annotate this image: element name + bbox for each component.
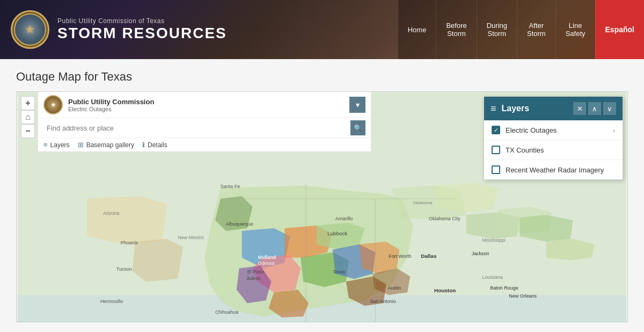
svg-text:Tucson: Tucson xyxy=(116,266,132,272)
svg-text:Mississippi: Mississippi xyxy=(482,237,506,243)
zoom-in-button[interactable]: + xyxy=(21,96,35,110)
layer-item-electric-outages[interactable]: Electric Outages › xyxy=(484,120,623,140)
tab-basemap[interactable]: ⊞ Basemap gallery xyxy=(78,141,134,149)
main-content: Outage Map for Texas xyxy=(0,59,644,332)
header-text: Public Utility Commission of Texas STORM… xyxy=(57,17,227,42)
svg-text:Fort Worth: Fort Worth xyxy=(389,254,411,259)
svg-text:Arizona: Arizona xyxy=(103,211,119,216)
layers-panel-header: ≡ Layers ✕ ∧ ∨ xyxy=(484,97,623,120)
layer-label-weather-radar: Recent Weather Radar Imagery xyxy=(506,166,615,174)
map-agency-logo: ★ xyxy=(43,95,63,114)
svg-text:El Paso: El Paso xyxy=(247,269,264,275)
nav-after-storm[interactable]: AfterStorm xyxy=(517,0,555,59)
map-tabs-row: ≡ Layers ⊞ Basemap gallery ℹ Details xyxy=(38,138,371,151)
svg-text:Dallas: Dallas xyxy=(421,253,437,259)
layer-checkbox-tx-counties[interactable] xyxy=(492,146,500,154)
svg-text:Baton Rouge: Baton Rouge xyxy=(491,285,518,291)
svg-text:New Mexico: New Mexico xyxy=(178,235,204,240)
map-agency-subtitle: Electric Outages xyxy=(68,106,349,112)
header-title: STORM RESOURCES xyxy=(57,25,227,42)
layers-up-button[interactable]: ∧ xyxy=(588,102,601,115)
nav-during-storm[interactable]: DuringStorm xyxy=(477,0,517,59)
svg-text:Jackson: Jackson xyxy=(472,251,489,256)
layers-stack-icon: ≡ xyxy=(491,103,496,114)
layer-item-weather-radar[interactable]: Recent Weather Radar Imagery xyxy=(484,160,623,179)
layer-checkbox-weather-radar[interactable] xyxy=(492,165,500,174)
layer-arrow-electric-outages: › xyxy=(613,126,615,134)
map-agency-info: Public Utility Commission Electric Outag… xyxy=(68,98,349,112)
site-header: ★ Public Utility Commission of Texas STO… xyxy=(0,0,644,59)
map-search-input[interactable] xyxy=(43,122,350,134)
logo-star-icon: ★ xyxy=(25,23,35,37)
layers-panel-title: Layers xyxy=(502,104,568,113)
svg-marker-16 xyxy=(434,183,498,212)
org-logo: ★ xyxy=(11,10,49,49)
svg-text:San Antonio: San Antonio xyxy=(370,299,396,304)
header-subtitle: Public Utility Commission of Texas xyxy=(57,17,227,25)
map-search-button[interactable]: 🔍 xyxy=(350,120,365,135)
tab-layers[interactable]: ≡ Layers xyxy=(43,141,70,149)
layers-down-button[interactable]: ∨ xyxy=(603,102,616,115)
svg-text:Juárez: Juárez xyxy=(246,276,261,281)
svg-text:Oklahoma: Oklahoma xyxy=(413,200,433,205)
nav-espanol[interactable]: Español xyxy=(595,0,644,59)
map-container: Albuquerque Phoenix Tucson El Paso Juáre… xyxy=(16,91,628,322)
map-title-row: ★ Public Utility Commission Electric Out… xyxy=(38,92,371,118)
svg-text:Louisiana: Louisiana xyxy=(482,275,503,280)
close-icon: ✕ xyxy=(577,105,583,113)
header-left: ★ Public Utility Commission of Texas STO… xyxy=(0,10,398,49)
nav-line-safety[interactable]: LineSafety xyxy=(555,0,595,59)
svg-text:Phoenix: Phoenix xyxy=(121,240,138,246)
zoom-out-button[interactable]: − xyxy=(21,124,35,138)
nav-before-storm[interactable]: BeforeStorm xyxy=(436,0,476,59)
svg-text:Austin: Austin xyxy=(387,285,401,291)
map-header-bar: ★ Public Utility Commission Electric Out… xyxy=(38,92,371,152)
layer-label-tx-counties: TX Counties xyxy=(506,146,615,154)
svg-marker-21 xyxy=(87,196,167,244)
chevron-down-icon: ∨ xyxy=(607,105,612,113)
layers-close-button[interactable]: ✕ xyxy=(573,102,586,115)
home-button[interactable]: ⌂ xyxy=(21,110,35,124)
layer-label-electric-outages: Electric Outages xyxy=(506,126,608,134)
svg-text:Oklahoma City: Oklahoma City xyxy=(429,216,460,221)
svg-text:New Orleans: New Orleans xyxy=(509,293,537,299)
svg-text:Houston: Houston xyxy=(434,287,456,293)
svg-text:Midland: Midland xyxy=(258,255,276,260)
svg-text:Hermosillo: Hermosillo xyxy=(100,299,123,304)
svg-marker-22 xyxy=(133,239,184,282)
svg-text:Odessa: Odessa xyxy=(258,261,275,266)
page-title: Outage Map for Texas xyxy=(16,70,628,84)
svg-text:Lubbock: Lubbock xyxy=(327,230,348,236)
svg-text:Texas: Texas xyxy=(333,269,346,275)
nav-home[interactable]: Home xyxy=(398,0,436,59)
details-tab-icon: ℹ xyxy=(142,141,145,149)
layer-checkbox-electric-outages[interactable] xyxy=(492,126,500,134)
tab-details[interactable]: ℹ Details xyxy=(142,141,167,149)
layer-item-tx-counties[interactable]: TX Counties xyxy=(484,140,623,160)
svg-text:Santa Fe: Santa Fe xyxy=(221,184,240,189)
map-search-row: 🔍 xyxy=(38,118,371,138)
layers-tab-icon: ≡ xyxy=(43,141,48,149)
map-expand-button[interactable]: ▾ xyxy=(349,97,365,113)
svg-marker-19 xyxy=(519,215,573,242)
svg-text:Amarillo: Amarillo xyxy=(335,216,353,221)
map-agency-name: Public Utility Commission xyxy=(68,98,349,106)
layers-header-buttons: ✕ ∧ ∨ xyxy=(573,102,616,115)
chevron-up-icon: ∧ xyxy=(592,105,597,113)
layers-panel: ≡ Layers ✕ ∧ ∨ Electric Outages xyxy=(484,96,623,180)
map-controls: + ⌂ − xyxy=(21,96,35,138)
svg-text:Chihuahua: Chihuahua xyxy=(215,309,238,315)
svg-text:Albuquerque: Albuquerque xyxy=(226,221,253,227)
basemap-tab-icon: ⊞ xyxy=(78,141,84,149)
search-icon: 🔍 xyxy=(354,124,362,132)
main-nav: Home BeforeStorm DuringStorm AfterStorm … xyxy=(398,0,644,59)
